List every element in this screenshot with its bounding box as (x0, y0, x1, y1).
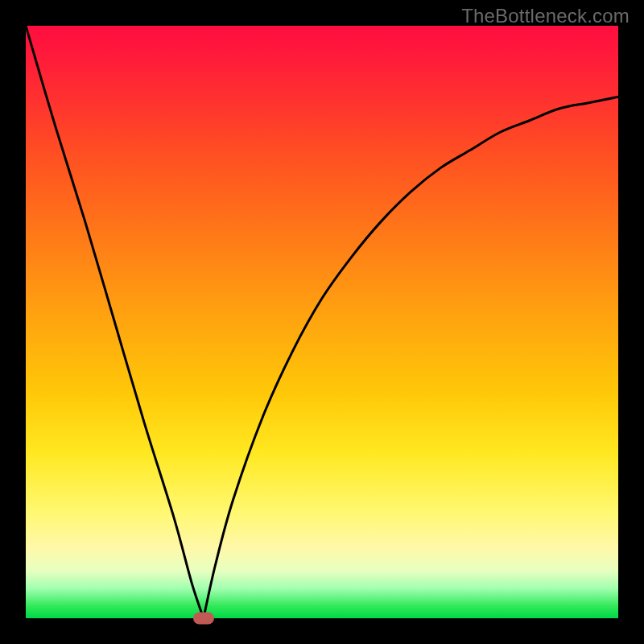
plot-area (26, 26, 618, 618)
bottleneck-curve-left (26, 26, 204, 618)
chart-container: TheBottleneck.com (0, 0, 644, 644)
bottleneck-curve-right (204, 97, 618, 618)
watermark-text: TheBottleneck.com (461, 5, 630, 27)
curve-svg (26, 26, 618, 618)
optimal-point-marker (193, 613, 214, 625)
